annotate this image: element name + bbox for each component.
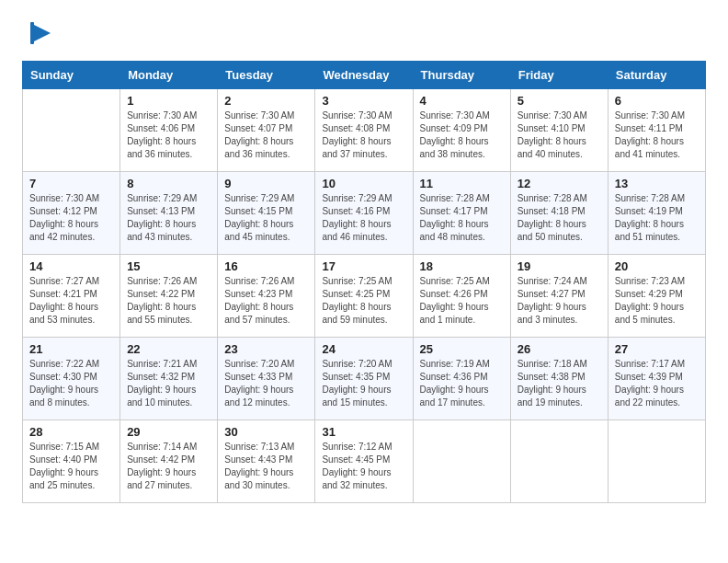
day-number: 21 <box>29 342 113 356</box>
day-info: Sunrise: 7:20 AMSunset: 4:33 PMDaylight:… <box>224 358 308 409</box>
day-info: Sunrise: 7:30 AMSunset: 4:12 PMDaylight:… <box>29 192 113 244</box>
day-number: 6 <box>615 94 699 108</box>
day-number: 1 <box>127 94 210 108</box>
day-number: 5 <box>518 94 601 108</box>
day-info: Sunrise: 7:18 AMSunset: 4:38 PMDaylight:… <box>518 358 601 409</box>
day-info: Sunrise: 7:30 AMSunset: 4:06 PMDaylight:… <box>127 109 210 161</box>
week-row-3: 14Sunrise: 7:27 AMSunset: 4:21 PMDayligh… <box>23 255 706 338</box>
day-info: Sunrise: 7:20 AMSunset: 4:35 PMDaylight:… <box>322 358 405 409</box>
day-info: Sunrise: 7:28 AMSunset: 4:17 PMDaylight:… <box>420 192 504 244</box>
day-info: Sunrise: 7:28 AMSunset: 4:19 PMDaylight:… <box>615 192 699 244</box>
day-info: Sunrise: 7:30 AMSunset: 4:11 PMDaylight:… <box>615 109 699 161</box>
svg-rect-1 <box>30 22 34 44</box>
day-number: 12 <box>518 177 601 190</box>
day-number: 15 <box>127 259 210 273</box>
day-info: Sunrise: 7:30 AMSunset: 4:09 PMDaylight:… <box>420 109 504 161</box>
day-number: 20 <box>615 259 699 273</box>
logo <box>22 18 54 52</box>
calendar-cell: 14Sunrise: 7:27 AMSunset: 4:21 PMDayligh… <box>23 255 120 338</box>
day-number: 23 <box>224 342 308 356</box>
week-row-4: 21Sunrise: 7:22 AMSunset: 4:30 PMDayligh… <box>23 338 706 420</box>
day-number: 14 <box>29 259 113 273</box>
day-info: Sunrise: 7:30 AMSunset: 4:08 PMDaylight:… <box>322 109 405 161</box>
day-number: 11 <box>420 177 504 190</box>
calendar-cell <box>413 420 510 503</box>
day-number: 26 <box>518 342 601 356</box>
calendar-cell: 30Sunrise: 7:13 AMSunset: 4:43 PMDayligh… <box>218 420 315 503</box>
calendar-cell: 12Sunrise: 7:28 AMSunset: 4:18 PMDayligh… <box>510 172 608 255</box>
week-row-5: 28Sunrise: 7:15 AMSunset: 4:40 PMDayligh… <box>23 420 706 503</box>
day-number: 10 <box>322 177 405 190</box>
col-header-saturday: Saturday <box>608 62 705 89</box>
day-number: 27 <box>615 342 699 356</box>
calendar-cell: 29Sunrise: 7:14 AMSunset: 4:42 PMDayligh… <box>120 420 218 503</box>
calendar-cell: 19Sunrise: 7:24 AMSunset: 4:27 PMDayligh… <box>510 255 608 338</box>
calendar-cell: 20Sunrise: 7:23 AMSunset: 4:29 PMDayligh… <box>608 255 705 338</box>
calendar-cell: 25Sunrise: 7:19 AMSunset: 4:36 PMDayligh… <box>413 338 510 420</box>
day-number: 3 <box>322 94 405 108</box>
day-info: Sunrise: 7:22 AMSunset: 4:30 PMDaylight:… <box>29 358 113 409</box>
col-header-wednesday: Wednesday <box>315 62 413 89</box>
col-header-tuesday: Tuesday <box>218 62 315 89</box>
calendar-cell: 5Sunrise: 7:30 AMSunset: 4:10 PMDaylight… <box>510 89 608 172</box>
calendar-cell: 3Sunrise: 7:30 AMSunset: 4:08 PMDaylight… <box>315 89 413 172</box>
day-number: 28 <box>29 425 113 439</box>
col-header-sunday: Sunday <box>23 62 120 89</box>
week-row-2: 7Sunrise: 7:30 AMSunset: 4:12 PMDaylight… <box>23 172 706 255</box>
day-number: 13 <box>615 177 699 190</box>
day-info: Sunrise: 7:29 AMSunset: 4:15 PMDaylight:… <box>224 192 308 244</box>
day-info: Sunrise: 7:26 AMSunset: 4:22 PMDaylight:… <box>127 275 210 327</box>
day-info: Sunrise: 7:24 AMSunset: 4:27 PMDaylight:… <box>518 275 601 327</box>
calendar-cell: 18Sunrise: 7:25 AMSunset: 4:26 PMDayligh… <box>413 255 510 338</box>
calendar-cell: 1Sunrise: 7:30 AMSunset: 4:06 PMDaylight… <box>120 89 218 172</box>
col-header-thursday: Thursday <box>413 62 510 89</box>
day-number: 18 <box>420 259 504 273</box>
day-number: 30 <box>224 425 308 439</box>
calendar-cell <box>23 89 120 172</box>
day-number: 4 <box>420 94 504 108</box>
day-info: Sunrise: 7:30 AMSunset: 4:07 PMDaylight:… <box>224 109 308 161</box>
day-info: Sunrise: 7:26 AMSunset: 4:23 PMDaylight:… <box>224 275 308 327</box>
calendar-cell: 28Sunrise: 7:15 AMSunset: 4:40 PMDayligh… <box>23 420 120 503</box>
calendar-cell: 9Sunrise: 7:29 AMSunset: 4:15 PMDaylight… <box>218 172 315 255</box>
day-number: 7 <box>29 177 113 190</box>
day-info: Sunrise: 7:25 AMSunset: 4:25 PMDaylight:… <box>322 275 405 327</box>
logo-icon <box>25 18 54 52</box>
calendar-cell: 2Sunrise: 7:30 AMSunset: 4:07 PMDaylight… <box>218 89 315 172</box>
calendar-cell: 26Sunrise: 7:18 AMSunset: 4:38 PMDayligh… <box>510 338 608 420</box>
calendar-cell: 17Sunrise: 7:25 AMSunset: 4:25 PMDayligh… <box>315 255 413 338</box>
calendar-cell: 7Sunrise: 7:30 AMSunset: 4:12 PMDaylight… <box>23 172 120 255</box>
day-info: Sunrise: 7:29 AMSunset: 4:16 PMDaylight:… <box>322 192 405 244</box>
day-info: Sunrise: 7:23 AMSunset: 4:29 PMDaylight:… <box>615 275 699 327</box>
day-info: Sunrise: 7:15 AMSunset: 4:40 PMDaylight:… <box>29 441 113 492</box>
calendar-cell <box>510 420 608 503</box>
day-info: Sunrise: 7:29 AMSunset: 4:13 PMDaylight:… <box>127 192 210 244</box>
calendar-cell: 11Sunrise: 7:28 AMSunset: 4:17 PMDayligh… <box>413 172 510 255</box>
day-info: Sunrise: 7:21 AMSunset: 4:32 PMDaylight:… <box>127 358 210 409</box>
day-info: Sunrise: 7:19 AMSunset: 4:36 PMDaylight:… <box>420 358 504 409</box>
day-number: 16 <box>224 259 308 273</box>
day-number: 24 <box>322 342 405 356</box>
calendar-cell: 13Sunrise: 7:28 AMSunset: 4:19 PMDayligh… <box>608 172 705 255</box>
day-info: Sunrise: 7:25 AMSunset: 4:26 PMDaylight:… <box>420 275 504 327</box>
day-number: 8 <box>127 177 210 190</box>
day-number: 19 <box>518 259 601 273</box>
calendar-cell: 22Sunrise: 7:21 AMSunset: 4:32 PMDayligh… <box>120 338 218 420</box>
day-info: Sunrise: 7:30 AMSunset: 4:10 PMDaylight:… <box>518 109 601 161</box>
calendar-cell: 8Sunrise: 7:29 AMSunset: 4:13 PMDaylight… <box>120 172 218 255</box>
day-number: 22 <box>127 342 210 356</box>
day-info: Sunrise: 7:27 AMSunset: 4:21 PMDaylight:… <box>29 275 113 327</box>
page-header <box>22 18 706 52</box>
calendar-cell <box>608 420 705 503</box>
day-info: Sunrise: 7:17 AMSunset: 4:39 PMDaylight:… <box>615 358 699 409</box>
day-info: Sunrise: 7:13 AMSunset: 4:43 PMDaylight:… <box>224 441 308 492</box>
svg-marker-0 <box>32 24 51 42</box>
calendar-cell: 16Sunrise: 7:26 AMSunset: 4:23 PMDayligh… <box>218 255 315 338</box>
calendar-cell: 4Sunrise: 7:30 AMSunset: 4:09 PMDaylight… <box>413 89 510 172</box>
week-row-1: 1Sunrise: 7:30 AMSunset: 4:06 PMDaylight… <box>23 89 706 172</box>
day-number: 31 <box>322 425 405 439</box>
day-info: Sunrise: 7:14 AMSunset: 4:42 PMDaylight:… <box>127 441 210 492</box>
calendar-cell: 23Sunrise: 7:20 AMSunset: 4:33 PMDayligh… <box>218 338 315 420</box>
day-number: 25 <box>420 342 504 356</box>
day-number: 9 <box>224 177 308 190</box>
